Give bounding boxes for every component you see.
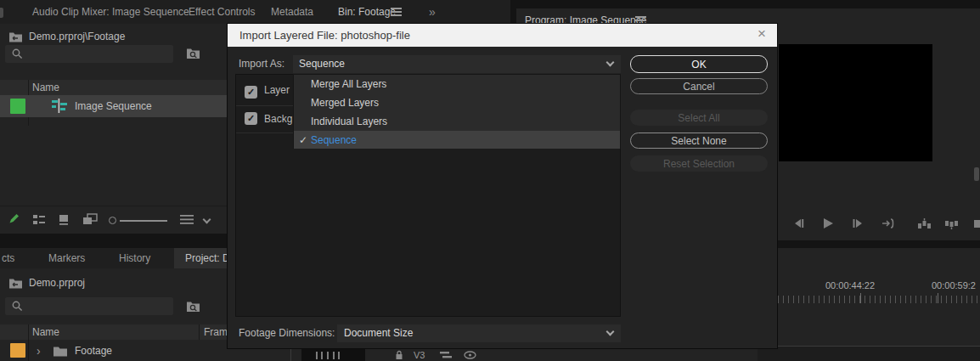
zoom-slider-handle[interactable]	[109, 217, 116, 224]
sequence-item-icon	[51, 99, 68, 113]
footage-dimensions-label: Footage Dimensions:	[239, 324, 335, 342]
reset-selection-button[interactable]: Reset Selection	[630, 155, 768, 172]
track-label[interactable]: V3	[414, 350, 425, 360]
bin-name-column-header[interactable]: Name	[32, 80, 59, 95]
option-label: Individual Layers	[311, 112, 387, 131]
label-color-chip[interactable]	[10, 343, 25, 358]
tab-overflow-left-icon[interactable]	[0, 8, 3, 18]
timecode-digit-top	[338, 352, 340, 359]
tab-effects-partial[interactable]: cts	[2, 248, 14, 268]
timecode-digit-top	[316, 352, 318, 359]
bin-tabbar: Audio Clip Mixer: Image Sequence Effect …	[0, 0, 510, 24]
create-search-bin-icon[interactable]	[186, 300, 200, 313]
layer-checkbox[interactable]: ✓	[245, 112, 257, 125]
step-forward-button[interactable]	[852, 218, 865, 228]
bin-search-box[interactable]	[5, 45, 173, 63]
navigate-up-folder-icon[interactable]	[8, 31, 23, 42]
go-to-out-button[interactable]	[881, 218, 895, 228]
timecode-mid: 00:00:44:22	[825, 280, 875, 290]
tab-audio-clip-mixer[interactable]: Audio Clip Mixer: Image Sequence	[32, 0, 189, 24]
icon-view-icon[interactable]	[58, 214, 70, 225]
folder-icon	[53, 345, 68, 357]
dialog-titlebar[interactable]: Import Layered File: photoshop-file ×	[228, 24, 777, 47]
extract-button[interactable]	[944, 218, 959, 229]
option-label: Merged Layers	[311, 93, 379, 112]
panel-menu-icon[interactable]	[391, 8, 402, 9]
option-label: Merge All Layers	[311, 75, 386, 93]
track-area	[758, 347, 980, 361]
timecode-digit-top	[327, 352, 329, 359]
writable-pencil-icon	[8, 212, 20, 224]
label-color-chip[interactable]	[10, 99, 25, 114]
export-frame-button[interactable]	[973, 218, 980, 229]
timecode-digit-top	[321, 352, 323, 359]
import-as-dropdown[interactable]: Sequence	[293, 55, 621, 73]
play-button[interactable]	[822, 217, 834, 229]
track-lock-icon[interactable]	[395, 350, 403, 360]
option-merged-layers[interactable]: Merged Layers	[294, 93, 620, 112]
program-panel-menu-icon[interactable]	[635, 16, 646, 18]
dialog-title: Import Layered File: photoshop-file	[239, 24, 410, 47]
bin-row-label: Image Sequence	[75, 95, 152, 117]
tab-markers[interactable]: Markers	[48, 248, 85, 268]
option-sequence[interactable]: ✓ Sequence	[294, 131, 620, 149]
tab-overflow-icon[interactable]: »	[429, 0, 436, 24]
cancel-button[interactable]: Cancel	[630, 78, 768, 94]
ruler-major-tick	[938, 293, 938, 303]
premiere-app-window: Audio Clip Mixer: Image Sequence Effect …	[0, 0, 980, 361]
project-list-header[interactable]: Name Frame	[0, 324, 235, 340]
ruler-major-tick	[860, 293, 861, 303]
project-icon[interactable]	[8, 277, 23, 289]
option-merge-all-layers[interactable]: Merge All Layers	[294, 75, 620, 93]
select-none-button[interactable]: Select None	[630, 133, 768, 149]
project-row-footage[interactable]: › Footage	[0, 341, 235, 361]
import-as-label: Import As:	[239, 55, 284, 73]
layer-checkbox[interactable]: ✓	[245, 86, 257, 99]
create-search-bin-icon[interactable]	[186, 47, 200, 59]
layer-label: Backg	[264, 106, 292, 133]
chevron-down-icon	[606, 59, 615, 67]
sync-lock-icon[interactable]	[440, 352, 452, 359]
search-icon	[12, 48, 23, 59]
tab-project[interactable]: Project: D	[185, 248, 230, 268]
project-search-box[interactable]	[5, 297, 173, 315]
select-all-button[interactable]: Select All	[630, 110, 768, 126]
track-output-eye-icon[interactable]	[464, 351, 476, 359]
import-as-value: Sequence	[299, 55, 345, 73]
tab-effect-controls[interactable]: Effect Controls	[189, 0, 255, 24]
program-video-frame	[779, 44, 932, 161]
scrollbar-thumb[interactable]	[974, 167, 979, 181]
project-row-label: Footage	[75, 341, 112, 361]
lift-button[interactable]	[917, 218, 932, 229]
zoom-slider-track[interactable]	[120, 220, 167, 222]
import-layered-file-dialog: Import Layered File: photoshop-file × Im…	[228, 24, 777, 348]
track-header-divider	[290, 347, 291, 361]
footage-dimensions-dropdown[interactable]: Document Size	[337, 324, 621, 342]
project-search-input[interactable]	[27, 298, 167, 313]
step-back-button[interactable]	[792, 218, 805, 228]
timeline-ruler[interactable]	[758, 296, 980, 303]
option-individual-layers[interactable]: Individual Layers	[294, 112, 620, 131]
timecode-right: 00:00:59:2	[932, 280, 976, 290]
column-divider	[199, 324, 200, 340]
option-label: Sequence	[311, 131, 357, 149]
bin-search-input[interactable]	[27, 46, 167, 61]
freeform-view-icon[interactable]	[82, 213, 98, 225]
project-panel: cts Markers History Project: D Demo.prpr…	[0, 248, 235, 361]
tab-metadata[interactable]: Metadata	[271, 0, 313, 24]
project-name-column-header[interactable]: Name	[32, 324, 59, 340]
timecode-digit-top	[333, 352, 335, 359]
sort-icon[interactable]	[180, 215, 194, 225]
tab-bin-footage[interactable]: Bin: Footage	[338, 0, 396, 24]
tab-history[interactable]: History	[119, 248, 150, 268]
chevron-down-icon	[606, 328, 615, 336]
checkmark-icon: ✓	[299, 131, 307, 149]
sort-chevron-icon[interactable]	[203, 216, 211, 224]
ok-button[interactable]: OK	[630, 55, 768, 73]
list-view-icon[interactable]	[32, 214, 46, 225]
import-as-options-popup: Merge All Layers Merged Layers Individua…	[293, 74, 621, 149]
layer-label: Layer	[264, 75, 290, 105]
close-icon[interactable]: ×	[758, 25, 766, 42]
footage-dimensions-value: Document Size	[344, 324, 413, 342]
expand-chevron-icon[interactable]: ›	[37, 341, 41, 361]
